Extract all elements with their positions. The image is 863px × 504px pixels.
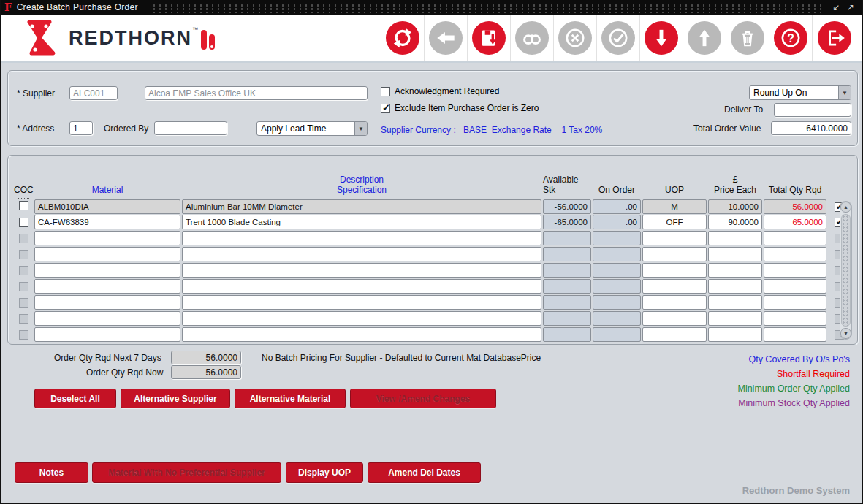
move-down-button[interactable]	[645, 21, 678, 55]
price-each-cell[interactable]	[708, 247, 762, 261]
total-qty-cell[interactable]	[764, 327, 826, 342]
display-uop-button[interactable]: Display UOP	[286, 462, 363, 483]
material-cell[interactable]: ALBM010DIA	[34, 199, 180, 214]
total-qty-cell[interactable]	[764, 263, 826, 278]
maximize-icon[interactable]: ↗	[847, 2, 854, 12]
chevron-down-icon[interactable]: ▼	[354, 122, 367, 135]
notes-button[interactable]: Notes	[15, 462, 88, 483]
price-each-cell[interactable]	[708, 263, 762, 278]
total-qty-cell[interactable]	[764, 295, 826, 310]
table-row	[14, 294, 835, 310]
chevron-down-icon[interactable]: ▼	[838, 86, 851, 99]
find-button[interactable]	[515, 21, 549, 55]
description-cell[interactable]	[182, 327, 541, 342]
uop-cell[interactable]	[642, 311, 707, 326]
uop-cell[interactable]	[642, 263, 707, 278]
scroll-down-icon[interactable]: ▼	[840, 328, 851, 339]
total-qty-cell[interactable]	[764, 247, 826, 261]
total-qty-cell[interactable]	[764, 311, 826, 326]
help-button[interactable]: ?	[774, 21, 807, 55]
supplier-code-field[interactable]: ALC001	[69, 86, 118, 100]
address-field[interactable]: 1	[69, 121, 93, 135]
amend-del-dates-button[interactable]: Amend Del Dates	[368, 462, 481, 483]
description-cell[interactable]: Aluminium Bar 10MM Diameter	[182, 199, 541, 214]
header-price-each: £Price Each	[708, 175, 762, 195]
lead-time-dropdown[interactable]: Apply Lead Time ▼	[256, 121, 368, 136]
alternative-material-button[interactable]: Alternative Material	[235, 389, 346, 408]
refresh-button[interactable]	[386, 21, 419, 55]
move-up-button[interactable]	[688, 21, 721, 55]
header-material[interactable]: Material	[34, 185, 180, 195]
uop-cell[interactable]: OFF	[642, 215, 707, 229]
price-each-cell[interactable]: 90.0000	[708, 215, 762, 229]
titlebar-grip[interactable]	[151, 4, 822, 13]
material-cell[interactable]	[34, 327, 180, 342]
total-qty-cell[interactable]	[764, 231, 826, 245]
total-qty-cell[interactable]: 56.0000	[764, 199, 826, 214]
description-cell[interactable]	[182, 279, 541, 294]
description-cell[interactable]: Trent 1000 Blade Casting	[182, 215, 541, 229]
ok-button[interactable]	[601, 21, 635, 55]
price-each-cell[interactable]: 10.0000	[708, 199, 762, 214]
description-cell[interactable]	[182, 311, 541, 326]
total-qty-cell[interactable]: 65.0000	[764, 215, 826, 229]
alternative-supplier-button[interactable]: Alternative Supplier	[121, 389, 230, 408]
description-cell[interactable]	[182, 231, 541, 245]
exclude-zero-checkbox[interactable]	[381, 104, 390, 113]
uop-cell[interactable]	[642, 327, 707, 342]
material-cell[interactable]	[34, 263, 180, 278]
brand-bars-icon	[201, 30, 215, 50]
total-qty-cell[interactable]	[764, 279, 826, 294]
material-cell[interactable]	[34, 247, 180, 261]
coc-checkbox	[19, 298, 28, 308]
price-each-cell[interactable]	[708, 295, 762, 310]
deliver-to-field[interactable]	[774, 103, 851, 117]
scroll-up-icon[interactable]: ▲	[840, 202, 851, 213]
restore-icon[interactable]: ↙	[832, 2, 840, 12]
on-order-cell	[593, 327, 641, 342]
vertical-scrollbar[interactable]: ▲ ▼	[840, 201, 852, 340]
header-on-order: On Order	[593, 185, 641, 195]
uop-cell[interactable]: M	[642, 199, 707, 214]
description-cell[interactable]	[182, 263, 541, 278]
on-order-cell	[593, 311, 641, 326]
price-each-cell[interactable]	[708, 279, 762, 294]
ack-required-checkbox[interactable]	[381, 87, 390, 96]
available-stk-cell	[543, 231, 591, 245]
material-cell[interactable]	[34, 311, 180, 326]
toolbar: ?	[381, 15, 856, 61]
exit-button[interactable]	[818, 21, 851, 55]
supplier-name-field[interactable]: Alcoa EMP Sales Office UK	[145, 86, 368, 100]
uop-cell[interactable]	[642, 247, 707, 261]
material-cell[interactable]	[34, 231, 180, 245]
view-amend-changes-button[interactable]: View /Amend Changes	[350, 389, 496, 408]
material-cell[interactable]: CA-FW63839	[34, 215, 180, 229]
delete-button[interactable]	[731, 21, 764, 55]
header-description[interactable]: DescriptionSpecification	[182, 175, 541, 195]
available-stk-cell	[543, 263, 591, 278]
uop-cell[interactable]	[642, 295, 707, 310]
ordered-by-field[interactable]	[154, 121, 227, 135]
title-bar: F Create Batch Purchase Order ↙ ↗	[1, 0, 862, 15]
no-preferential-supplier-button[interactable]: Material With No Preferential Supplier	[92, 462, 281, 483]
on-order-cell	[593, 231, 641, 245]
material-cell[interactable]	[34, 295, 180, 310]
coc-checkbox[interactable]	[19, 201, 28, 210]
save-button[interactable]	[472, 21, 506, 55]
description-cell[interactable]	[182, 247, 541, 261]
cancel-button[interactable]	[558, 21, 592, 55]
back-button[interactable]	[429, 21, 463, 55]
deliver-to-label: Deliver To	[724, 104, 763, 115]
price-each-cell[interactable]	[708, 311, 762, 326]
price-each-cell[interactable]	[708, 231, 762, 245]
description-cell[interactable]	[182, 295, 541, 310]
uop-cell[interactable]	[642, 279, 707, 294]
coc-checkbox[interactable]	[19, 218, 28, 227]
on-order-cell	[593, 279, 641, 294]
material-cell[interactable]	[34, 279, 180, 294]
price-each-cell[interactable]	[708, 327, 762, 342]
deselect-all-button[interactable]: Deselect All	[34, 389, 116, 408]
scrollbar-thumb[interactable]	[841, 214, 851, 327]
round-up-dropdown[interactable]: Round Up On ▼	[749, 85, 851, 100]
uop-cell[interactable]	[642, 231, 707, 245]
